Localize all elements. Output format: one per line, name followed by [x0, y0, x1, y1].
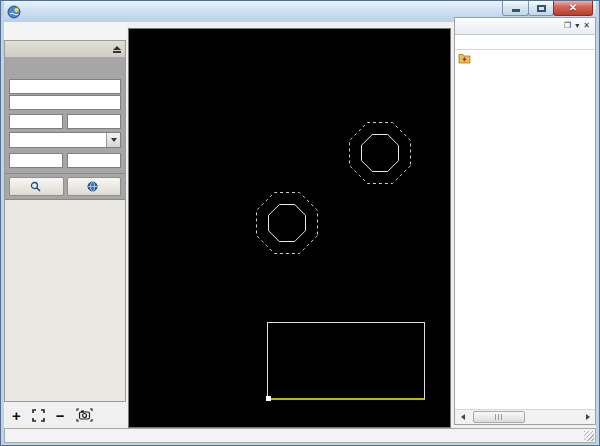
browser-path: [455, 35, 595, 50]
degree-hours-chart: [267, 322, 425, 400]
window-controls: ✕: [503, 1, 593, 16]
close-button[interactable]: ✕: [553, 1, 593, 16]
zoom-in-button[interactable]: +: [12, 408, 21, 423]
location-input[interactable]: [9, 95, 121, 110]
fit-extents-icon: [32, 409, 45, 422]
scroll-left-button[interactable]: [455, 410, 470, 424]
scroll-right-button[interactable]: [580, 410, 595, 424]
maximize-button[interactable]: [528, 1, 554, 16]
globe-icon: [87, 181, 98, 192]
wind-marker-3pm: [340, 113, 420, 193]
folder-up-icon: [458, 53, 471, 64]
scrollbar-thumb[interactable]: [473, 411, 525, 423]
climate-chart-block: [139, 46, 220, 404]
combo-dropdown-button[interactable]: [106, 133, 120, 147]
weather-file-browser-panel: ❐ ▾ ✕: [454, 17, 596, 425]
zoom-out-button[interactable]: −: [56, 408, 65, 423]
latitude-input[interactable]: [9, 114, 63, 129]
float-panel-button[interactable]: ❐: [562, 22, 573, 30]
wind-inner-octagon: [362, 135, 399, 172]
zoom-toolbar: + −: [4, 402, 126, 428]
snapshot-button[interactable]: [76, 408, 93, 422]
browser-caption-bar: ❐ ▾ ✕: [455, 18, 595, 35]
zoom-fit-button[interactable]: [32, 409, 45, 422]
arrow-left-icon: [461, 414, 465, 420]
list-item-parent-folder[interactable]: [458, 53, 592, 64]
collapse-up-icon: [113, 46, 121, 53]
app-icon: [7, 5, 21, 19]
app-window: ✕: [0, 0, 600, 446]
panel-close-button[interactable]: ✕: [581, 22, 592, 30]
geodata-buttons: [5, 174, 125, 200]
browser-file-list: [455, 50, 595, 409]
chevron-down-icon: [111, 138, 117, 142]
left-column: + −: [4, 22, 126, 428]
longitude-input[interactable]: [67, 114, 121, 129]
status-bar: [4, 428, 596, 443]
wind-marker-9am: [247, 183, 327, 263]
camera-icon: [76, 408, 93, 422]
horizontal-scrollbar[interactable]: [455, 409, 595, 424]
climate-summary-canvas: [128, 28, 451, 428]
sidebar: [4, 40, 126, 402]
resize-grip[interactable]: [584, 431, 594, 441]
main-area: + −: [4, 22, 596, 428]
panel-menu-button[interactable]: ▾: [573, 22, 581, 30]
menu-bar: [4, 22, 126, 40]
arrow-right-icon: [586, 414, 590, 420]
wind-outer-octagon: [257, 193, 318, 254]
minimize-button[interactable]: [502, 1, 529, 16]
close-icon: ✕: [569, 3, 577, 13]
altitude-input[interactable]: [9, 153, 63, 168]
search-button[interactable]: [9, 177, 64, 196]
map-button[interactable]: [67, 177, 122, 196]
search-icon: [30, 181, 41, 192]
sidebar-empty-area: [5, 200, 125, 401]
wind-inner-octagon: [269, 205, 306, 242]
geodata-panel: [5, 58, 125, 174]
name-input[interactable]: [9, 79, 121, 94]
timezone-select[interactable]: [9, 132, 121, 148]
minimize-icon: [512, 9, 520, 12]
maximize-icon: [537, 5, 546, 12]
illuminance-input[interactable]: [67, 153, 121, 168]
thumb-grip-icon: [495, 414, 504, 420]
wind-outer-octagon: [350, 123, 411, 184]
sidebar-header-geodata[interactable]: [5, 41, 125, 58]
